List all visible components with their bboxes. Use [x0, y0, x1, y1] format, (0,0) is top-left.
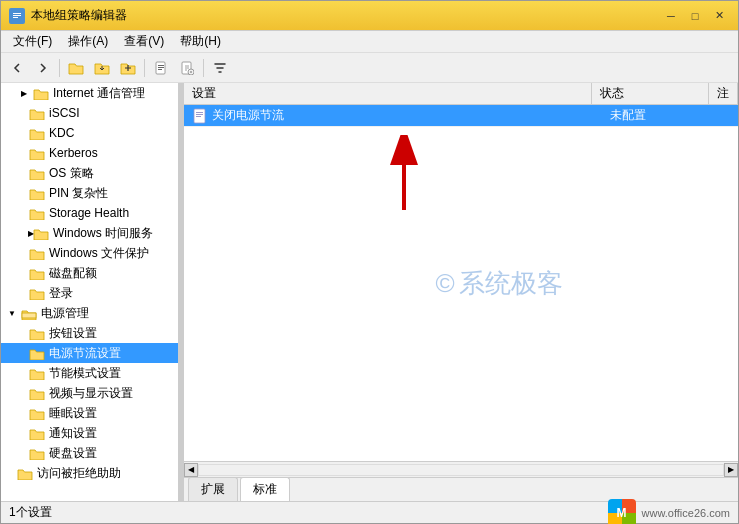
main-window: 本地组策略编辑器 ─ □ ✕ 文件(F) 操作(A) 查看(V) 帮助(H)	[0, 0, 739, 524]
expand-arrow-power: ▼	[5, 306, 19, 320]
doc-button-2[interactable]	[175, 56, 199, 80]
svg-rect-10	[22, 313, 36, 318]
watermark: © 系统极客	[436, 266, 563, 301]
tree-item-iscsi[interactable]: iSCSI	[1, 103, 178, 123]
tree-item-windows-file[interactable]: Windows 文件保护	[1, 243, 178, 263]
svg-rect-13	[196, 114, 203, 115]
folder-icon	[29, 407, 45, 419]
website-label: www.office26.com	[642, 507, 730, 519]
tree-item-os[interactable]: OS 策略	[1, 163, 178, 183]
watermark-container: 关闭电源节流 未配置	[184, 105, 738, 461]
title-bar: 本地组策略编辑器 ─ □ ✕	[1, 1, 738, 31]
setting-row-0[interactable]: 关闭电源节流 未配置	[184, 105, 738, 127]
col-header-notes: 注	[709, 83, 738, 104]
office-icon: M	[608, 499, 636, 525]
main-content: ▶ Internet 通信管理 iSCSI KDC	[1, 83, 738, 501]
svg-rect-3	[13, 17, 18, 18]
minimize-button[interactable]: ─	[660, 5, 682, 27]
tree-item-sleep[interactable]: 睡眠设置	[1, 403, 178, 423]
expand-arrow: ▶	[17, 86, 31, 100]
scroll-track	[198, 464, 724, 476]
folder-button-3[interactable]	[116, 56, 140, 80]
col-header-status: 状态	[592, 83, 709, 104]
back-button[interactable]	[5, 56, 29, 80]
menu-help[interactable]: 帮助(H)	[172, 31, 229, 52]
folder-icon	[29, 427, 45, 439]
setting-note-0	[722, 114, 738, 118]
tree-item-notification[interactable]: 通知设置	[1, 423, 178, 443]
folder-icon	[33, 227, 49, 239]
folder-icon	[29, 147, 45, 159]
svg-rect-6	[158, 67, 164, 68]
folder-icon	[29, 387, 45, 399]
tree-item-access-denied[interactable]: 访问被拒绝助助	[1, 463, 178, 483]
folder-icon	[17, 467, 33, 479]
app-icon	[9, 8, 25, 24]
folder-button-2[interactable]	[90, 56, 114, 80]
folder-icon	[29, 447, 45, 459]
menu-file[interactable]: 文件(F)	[5, 31, 60, 52]
column-headers: 设置 状态 注	[184, 83, 738, 105]
folder-icon	[29, 347, 45, 359]
folder-open-icon	[21, 307, 37, 319]
tree-item-video-display[interactable]: 视频与显示设置	[1, 383, 178, 403]
tree-item-windows-time[interactable]: ▶ Windows 时间服务	[1, 223, 178, 243]
folder-icon	[29, 167, 45, 179]
tree-item-login[interactable]: 登录	[1, 283, 178, 303]
folder-icon	[29, 127, 45, 139]
arrow-indicator	[384, 135, 424, 215]
svg-rect-1	[13, 13, 21, 14]
separator-3	[203, 59, 204, 77]
folder-icon	[29, 367, 45, 379]
folder-icon	[29, 187, 45, 199]
folder-button-1[interactable]	[64, 56, 88, 80]
menu-view[interactable]: 查看(V)	[116, 31, 172, 52]
settings-list-area: 关闭电源节流 未配置	[184, 105, 738, 461]
folder-icon	[29, 327, 45, 339]
tree-item-kerberos[interactable]: Kerberos	[1, 143, 178, 163]
title-bar-left: 本地组策略编辑器	[9, 7, 127, 24]
close-button[interactable]: ✕	[708, 5, 730, 27]
doc-button[interactable]	[149, 56, 173, 80]
menu-bar: 文件(F) 操作(A) 查看(V) 帮助(H)	[1, 31, 738, 53]
tree-item-power-throttle[interactable]: 电源节流设置	[1, 343, 178, 363]
tree-item-pin[interactable]: PIN 复杂性	[1, 183, 178, 203]
folder-icon	[29, 247, 45, 259]
scroll-left-btn[interactable]: ◀	[184, 463, 198, 477]
tree-item-button-settings[interactable]: 按钮设置	[1, 323, 178, 343]
setting-file-icon	[192, 108, 208, 124]
expand-arrow: ▶	[17, 226, 31, 240]
filter-button[interactable]	[208, 56, 232, 80]
svg-rect-7	[158, 69, 162, 70]
horizontal-scrollbar[interactable]: ◀ ▶	[184, 461, 738, 477]
tree-item-eco-settings[interactable]: 节能模式设置	[1, 363, 178, 383]
svg-rect-12	[196, 112, 203, 113]
tree-item-hdd[interactable]: 硬盘设置	[1, 443, 178, 463]
right-panel: 设置 状态 注	[184, 83, 738, 501]
toolbar	[1, 53, 738, 83]
separator-1	[59, 59, 60, 77]
tree-panel: ▶ Internet 通信管理 iSCSI KDC	[1, 83, 179, 501]
maximize-button[interactable]: □	[684, 5, 706, 27]
bottom-tabs: 扩展 标准	[184, 477, 738, 501]
status-count: 1个设置	[9, 504, 52, 521]
folder-icon	[29, 207, 45, 219]
window-title: 本地组策略编辑器	[31, 7, 127, 24]
folder-icon	[33, 87, 49, 99]
col-header-settings: 设置	[184, 83, 592, 104]
tab-standard[interactable]: 标准	[240, 477, 290, 501]
svg-rect-2	[13, 15, 21, 16]
svg-rect-5	[158, 65, 164, 66]
folder-icon	[29, 287, 45, 299]
tree-item-power-mgmt[interactable]: ▼ 电源管理	[1, 303, 178, 323]
menu-action[interactable]: 操作(A)	[60, 31, 116, 52]
tree-item-internet[interactable]: ▶ Internet 通信管理	[1, 83, 178, 103]
scroll-right-btn[interactable]: ▶	[724, 463, 738, 477]
tree-item-disk-quota[interactable]: 磁盘配额	[1, 263, 178, 283]
forward-button[interactable]	[31, 56, 55, 80]
folder-icon	[29, 267, 45, 279]
tab-expand[interactable]: 扩展	[188, 477, 238, 501]
tree-item-storage-health[interactable]: Storage Health	[1, 203, 178, 223]
tree-item-kdc[interactable]: KDC	[1, 123, 178, 143]
status-right: M www.office26.com	[608, 499, 730, 525]
